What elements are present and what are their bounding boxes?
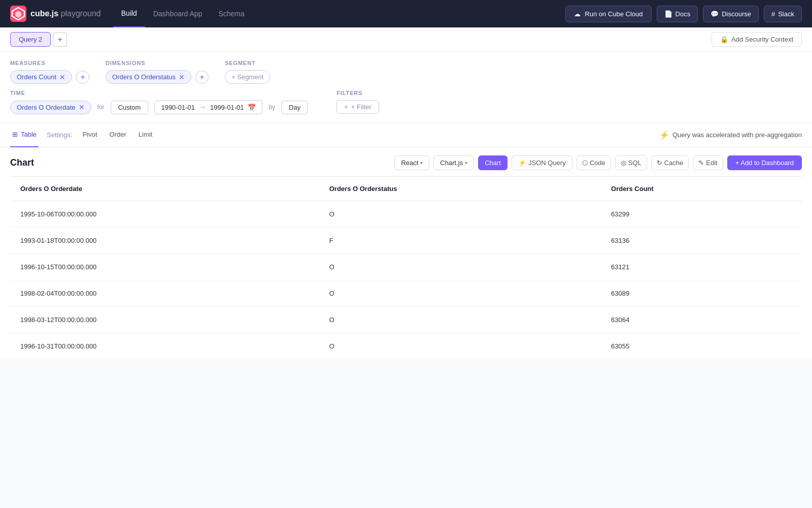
time-label: TIME bbox=[10, 90, 308, 96]
code-icon: ⬡ bbox=[582, 159, 588, 167]
by-label: by bbox=[268, 104, 275, 111]
dimensions-label: DIMENSIONS bbox=[106, 60, 209, 66]
lock-icon: 🔒 bbox=[720, 36, 728, 43]
cell-orderstatus: O bbox=[319, 201, 601, 228]
cell-orderstatus: O bbox=[319, 254, 601, 280]
date-range-box: 1990-01-01 → 1999-01-01 📅 bbox=[154, 100, 262, 114]
cache-icon: ↻ bbox=[657, 159, 662, 167]
table-row: 1995-10-06T00:00:00.000O63299 bbox=[10, 201, 802, 228]
column-orderstatus: Orders O Orderstatus bbox=[319, 177, 601, 201]
query-tab-2[interactable]: Query 2 bbox=[10, 32, 51, 47]
view-json-query-button[interactable]: ⚡ JSON Query bbox=[512, 155, 572, 170]
add-security-context-button[interactable]: 🔒 Add Security Context bbox=[712, 32, 802, 47]
run-on-cube-cloud-button[interactable]: ☁ Run on Cube Cloud bbox=[565, 6, 651, 22]
nav-links: Build Dashboard App Schema bbox=[113, 0, 554, 27]
logo: cube.js playground bbox=[10, 6, 101, 22]
chart-section: Chart React ▾ Chart.js ▾ Chart ⚡ JSON Qu… bbox=[0, 147, 812, 359]
pre-aggregation-notice: ⚡ Query was accelerated with pre-aggrega… bbox=[659, 130, 802, 140]
add-measure-button[interactable]: + bbox=[76, 71, 89, 84]
slack-button[interactable]: # Slack bbox=[764, 6, 802, 22]
bolt-icon: ⚡ bbox=[518, 159, 526, 167]
cell-orderdate: 1998-02-04T00:00:00.000 bbox=[10, 280, 319, 307]
remove-orders-count-button[interactable]: ✕ bbox=[59, 74, 65, 81]
chart-controls: React ▾ Chart.js ▾ Chart ⚡ JSON Query ⬡ … bbox=[394, 155, 802, 170]
view-cache-button[interactable]: ↻ Cache bbox=[651, 155, 689, 170]
chart-header: Chart React ▾ Chart.js ▾ Chart ⚡ JSON Qu… bbox=[10, 147, 802, 177]
time-row: Orders O Orderdate ✕ for Custom 1990-01-… bbox=[10, 100, 308, 114]
measures-chips: Orders Count ✕ + bbox=[10, 70, 89, 84]
view-code-button[interactable]: ⬡ Code bbox=[577, 155, 611, 170]
slack-icon: # bbox=[771, 10, 775, 18]
segment-label: SEGMENT bbox=[225, 60, 270, 66]
orders-count-chip[interactable]: Orders Count ✕ bbox=[10, 70, 72, 84]
remove-orderdate-button[interactable]: ✕ bbox=[79, 104, 85, 111]
chevron-down-icon-2: ▾ bbox=[465, 160, 467, 166]
orderdate-chip[interactable]: Orders O Orderdate ✕ bbox=[10, 101, 91, 114]
cloud-icon: ☁ bbox=[574, 10, 581, 18]
time-section: TIME Orders O Orderdate ✕ for Custom 199… bbox=[10, 90, 308, 114]
column-count: Orders Count bbox=[601, 177, 802, 201]
table-body: 1995-10-06T00:00:00.000O632991993-01-18T… bbox=[10, 201, 802, 360]
date-from: 1990-01-01 bbox=[161, 104, 195, 111]
qb-row-1: MEASURES Orders Count ✕ + DIMENSIONS Ord… bbox=[10, 60, 802, 84]
for-label: for bbox=[97, 104, 105, 111]
table-row: 1998-02-04T00:00:00.000O63089 bbox=[10, 280, 802, 307]
react-selector[interactable]: React ▾ bbox=[394, 155, 429, 170]
cell-orderdate: 1995-10-06T00:00:00.000 bbox=[10, 201, 319, 228]
granularity-button[interactable]: Day bbox=[281, 101, 308, 114]
view-sql-button[interactable]: ◎ SQL bbox=[615, 155, 647, 170]
cell-count: 63121 bbox=[601, 254, 802, 280]
table-icon: ⊞ bbox=[12, 131, 18, 138]
nav-dashboard-app[interactable]: Dashboard App bbox=[145, 0, 211, 27]
filter-chips: + + Filter bbox=[336, 100, 379, 114]
custom-date-range-button[interactable]: Custom bbox=[111, 101, 149, 114]
cell-orderstatus: F bbox=[319, 228, 601, 254]
orders-orderstatus-chip[interactable]: Orders O Orderstatus ✕ bbox=[106, 70, 191, 84]
table-row: 1996-10-15T00:00:00.000O63121 bbox=[10, 254, 802, 280]
cell-count: 63064 bbox=[601, 307, 802, 333]
calendar-icon: 📅 bbox=[248, 104, 256, 111]
tab-pivot[interactable]: Pivot bbox=[81, 123, 99, 147]
table-header-row: Orders O Orderdate Orders O Orderstatus … bbox=[10, 177, 802, 201]
column-orderdate: Orders O Orderdate bbox=[10, 177, 319, 201]
view-edit-button[interactable]: ✎ Edit bbox=[693, 155, 723, 170]
cell-count: 63299 bbox=[601, 201, 802, 228]
cell-count: 63089 bbox=[601, 280, 802, 307]
lightning-icon: ⚡ bbox=[659, 130, 669, 140]
segment-chips: + Segment bbox=[225, 70, 270, 84]
data-table: Orders O Orderdate Orders O Orderstatus … bbox=[10, 177, 802, 359]
nav-schema[interactable]: Schema bbox=[210, 0, 252, 27]
tab-table[interactable]: ⊞ Table bbox=[10, 123, 39, 147]
tab-order[interactable]: Order bbox=[108, 123, 128, 147]
logo-text: cube.js playground bbox=[30, 9, 101, 18]
cell-orderstatus: O bbox=[319, 280, 601, 307]
chartjs-selector[interactable]: Chart.js ▾ bbox=[433, 155, 474, 170]
filters-label: FILTERS bbox=[336, 90, 379, 96]
nav-right: ☁ Run on Cube Cloud 📄 Docs 💬 Discourse #… bbox=[565, 6, 802, 22]
add-to-dashboard-button[interactable]: + Add to Dashboard bbox=[727, 155, 802, 170]
query-tabs-bar: Query 2 + 🔒 Add Security Context bbox=[0, 27, 812, 52]
measures-section: MEASURES Orders Count ✕ + bbox=[10, 60, 89, 84]
add-segment-button[interactable]: + Segment bbox=[225, 70, 270, 84]
add-dimension-button[interactable]: + bbox=[195, 71, 209, 84]
sql-icon: ◎ bbox=[621, 159, 626, 167]
settings-label: Settings: bbox=[47, 131, 73, 139]
date-arrow-icon: → bbox=[199, 103, 206, 111]
remove-orderstatus-button[interactable]: ✕ bbox=[179, 74, 185, 81]
segment-section: SEGMENT + Segment bbox=[225, 60, 270, 84]
add-filter-button[interactable]: + + Filter bbox=[336, 100, 379, 114]
view-chart-button[interactable]: Chart bbox=[478, 155, 507, 170]
discourse-icon: 💬 bbox=[710, 10, 719, 18]
tab-limit[interactable]: Limit bbox=[137, 123, 154, 147]
cell-orderstatus: O bbox=[319, 307, 601, 333]
docs-icon: 📄 bbox=[664, 10, 672, 18]
nav-build[interactable]: Build bbox=[113, 0, 145, 27]
table-row: 1998-03-12T00:00:00.000O63064 bbox=[10, 307, 802, 333]
discourse-button[interactable]: 💬 Discourse bbox=[703, 6, 759, 22]
logo-icon bbox=[10, 6, 26, 22]
results-tabs-bar: ⊞ Table Settings: Pivot Order Limit ⚡ Qu… bbox=[0, 123, 812, 147]
cell-orderdate: 1998-03-12T00:00:00.000 bbox=[10, 307, 319, 333]
docs-button[interactable]: 📄 Docs bbox=[657, 6, 698, 22]
add-query-tab-button[interactable]: + bbox=[53, 33, 67, 47]
dimensions-chips: Orders O Orderstatus ✕ + bbox=[106, 70, 209, 84]
